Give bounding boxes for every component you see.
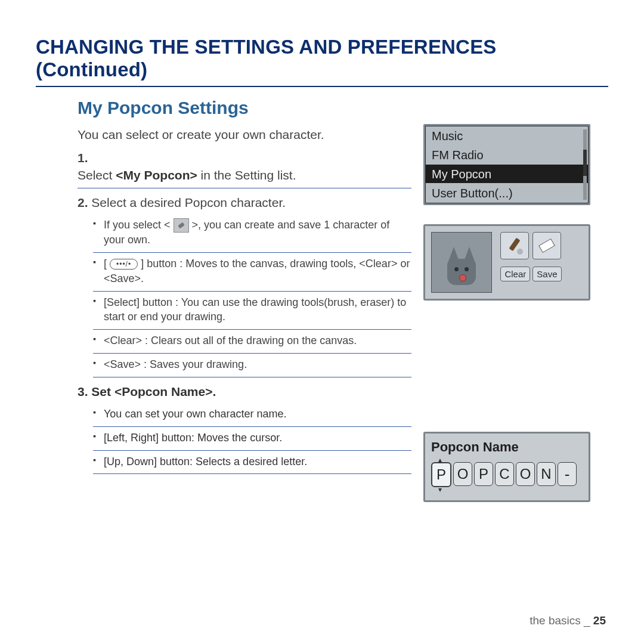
letter-cell-4[interactable]: O <box>516 462 535 486</box>
step-2: Select a desired Popcon character. If yo… <box>78 194 411 377</box>
letter-cell-5[interactable]: N <box>537 462 556 486</box>
page-title: CHANGING THE SETTINGS AND PREFERENCES (C… <box>36 36 608 87</box>
step1-bold: <My Popcon> <box>116 168 197 182</box>
device-drawing-panel: ClearSave <box>423 224 590 301</box>
section-title: My Popcon Settings <box>78 98 608 118</box>
step3-suffix: . <box>212 385 216 398</box>
step3-bold: <Popcon Name> <box>114 385 213 398</box>
clear-button[interactable]: Clear <box>500 267 530 281</box>
bullet-save: <Save> : Saves your drawing. <box>93 354 411 377</box>
popcon-character-icon <box>442 246 481 287</box>
menu-item-mypopcon[interactable]: My Popcon <box>426 165 588 184</box>
eraser-tool-icon[interactable] <box>532 232 561 259</box>
popcon-name-title: Popcon Name <box>431 439 583 455</box>
bullet-clear: <Clear> : Clears out all of the drawing … <box>93 330 411 354</box>
menu-item-music[interactable]: Music <box>426 126 588 145</box>
letter-cell-3[interactable]: C <box>495 462 514 486</box>
letter-cell-2[interactable]: P <box>474 462 493 486</box>
bullet-char-name: You can set your own character name. <box>93 403 411 427</box>
intro-text: You can select or create your own charac… <box>78 126 411 144</box>
footer-section: the basics _ <box>530 614 593 627</box>
letter-cell-1[interactable]: O <box>453 462 472 486</box>
step-1: Select <My Popcon> in the Setting list. <box>78 150 411 188</box>
scrollbar[interactable] <box>583 129 587 200</box>
step1-prefix: Select <box>78 168 116 182</box>
brush-tool-icon[interactable] <box>500 232 529 259</box>
instructions-column: You can select or create your own charac… <box>78 124 411 502</box>
drawing-canvas[interactable] <box>431 232 492 293</box>
device-name-panel: Popcon Name ▴ P O P C O N - ▾ <box>423 432 590 502</box>
eraser-icon <box>174 218 189 233</box>
step2-text: Select a desired Popcon character. <box>91 196 286 209</box>
letter-cell-0[interactable]: P <box>431 462 451 487</box>
letter-cell-6[interactable]: - <box>558 462 577 486</box>
save-button[interactable]: Save <box>532 267 561 281</box>
step-3: Set <Popcon Name>. You can set your own … <box>78 383 411 474</box>
step1-suffix: in the Setting list. <box>197 168 296 182</box>
footer-page-number: 25 <box>593 614 606 627</box>
bullet-ud: [Up, Down] button: Selects a desired let… <box>93 451 411 475</box>
letter-row: P O P C O N - <box>431 462 583 487</box>
bullet-select-button: [Select] button : You can use the drawin… <box>93 292 411 330</box>
nav-button-icon: •••/• <box>110 259 138 270</box>
up-arrow-icon[interactable]: ▴ <box>431 457 449 462</box>
bullet-nav-button: [ •••/• ] button : Moves to the canvas, … <box>93 253 411 292</box>
down-arrow-icon[interactable]: ▾ <box>431 487 449 492</box>
device-settings-menu: Music FM Radio My Popcon User Button(...… <box>423 124 590 205</box>
menu-item-userbutton[interactable]: User Button(...) <box>426 184 588 203</box>
bullet-create-own: If you select < >, you can create and sa… <box>93 214 411 253</box>
step3-prefix: Set <box>91 385 114 398</box>
menu-item-fmradio[interactable]: FM Radio <box>426 145 588 165</box>
bullet-lr: [Left, Right] button: Moves the cursor. <box>93 427 411 451</box>
page-footer: the basics _ 25 <box>530 614 606 627</box>
